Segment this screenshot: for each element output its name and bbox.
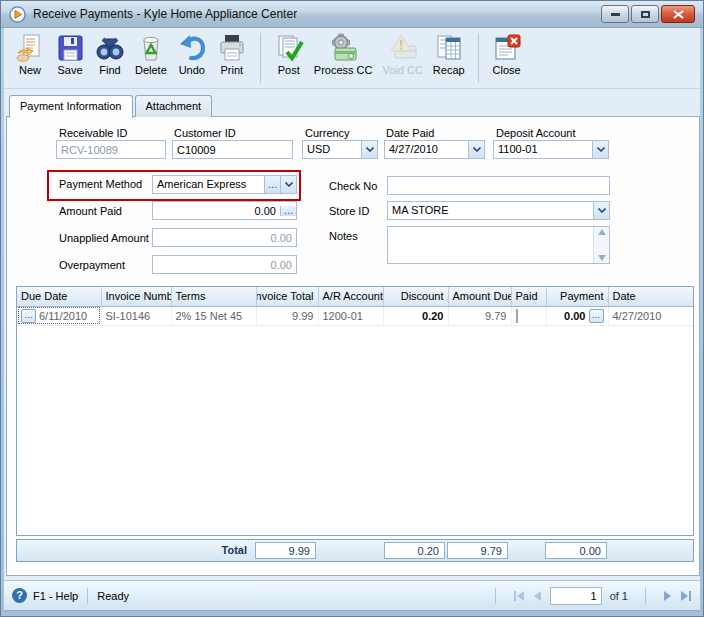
discount-cell[interactable]: 0.20: [383, 306, 448, 325]
save-label: Save: [55, 64, 85, 76]
col-due-date[interactable]: Due Date: [17, 287, 101, 306]
totals-bar: Total 9.99 0.20 9.79 0.00: [16, 539, 694, 562]
last-record-icon[interactable]: [680, 591, 692, 601]
new-button[interactable]: New: [10, 31, 50, 76]
record-pager: of 1: [486, 587, 692, 605]
row-lookup-button[interactable]: …: [21, 309, 36, 323]
deposit-account-combo[interactable]: 1100-01: [493, 140, 609, 159]
process-cc-button[interactable]: Process CC: [309, 31, 378, 76]
col-paid[interactable]: Paid: [511, 287, 546, 306]
title-bar: Receive Payments - Kyle Home Appliance C…: [1, 1, 703, 28]
check-no-field[interactable]: [387, 176, 610, 195]
total-payment: 0.00: [545, 542, 607, 559]
tab-payment-information[interactable]: Payment Information: [9, 95, 133, 118]
date-cell[interactable]: 4/27/2010: [608, 306, 693, 325]
date-paid-dropdown-button[interactable]: [468, 141, 484, 158]
total-discount: 0.20: [384, 542, 445, 559]
post-button[interactable]: Post: [269, 31, 309, 76]
print-button[interactable]: Print: [212, 31, 252, 76]
close-window-button[interactable]: [661, 5, 695, 23]
amount-paid-lookup-button[interactable]: …: [280, 206, 296, 216]
payment-cell[interactable]: 0.00 …: [546, 306, 608, 325]
previous-record-icon[interactable]: [533, 591, 542, 601]
receivable-id-field[interactable]: [56, 140, 166, 159]
col-terms[interactable]: Terms: [171, 287, 256, 306]
terms-cell[interactable]: 2% 15 Net 45: [171, 306, 256, 325]
process-cc-gear-icon: [328, 33, 358, 63]
col-amount-due[interactable]: Amount Due: [448, 287, 511, 306]
col-invoice-total[interactable]: Invoice Total: [256, 287, 318, 306]
amount-paid-label: Amount Paid: [59, 205, 122, 217]
void-cc-label: Void CC: [382, 64, 422, 76]
due-date-cell[interactable]: … 6/11/2010: [17, 306, 101, 325]
col-date[interactable]: Date: [608, 287, 693, 306]
toolbar: New Save Find: [4, 29, 700, 89]
col-invoice-number[interactable]: Invoice Number: [101, 287, 171, 306]
status-bar: ? F1 - Help Ready of 1: [4, 580, 700, 611]
window-title: Receive Payments - Kyle Home Appliance C…: [33, 7, 601, 21]
unapplied-amount-label: Unapplied Amount: [59, 232, 149, 244]
recap-table-icon: [434, 33, 464, 63]
page-count-label: of 1: [610, 590, 628, 602]
close-button[interactable]: Close: [487, 31, 527, 76]
process-cc-label: Process CC: [314, 64, 373, 76]
page-number-input[interactable]: [550, 587, 602, 605]
col-ar-account[interactable]: A/R Account: [318, 287, 383, 306]
store-id-combo[interactable]: MA STORE: [387, 201, 610, 220]
date-paid-value: 4/27/2010: [385, 141, 468, 158]
date-paid-combo[interactable]: 4/27/2010: [384, 140, 485, 159]
store-id-label: Store ID: [329, 205, 369, 217]
col-payment[interactable]: Payment: [546, 287, 608, 306]
maximize-button[interactable]: [631, 5, 659, 23]
next-record-icon[interactable]: [663, 591, 672, 601]
find-button[interactable]: Find: [90, 31, 130, 76]
void-cc-button[interactable]: Void CC: [377, 31, 427, 76]
minimize-icon: [611, 13, 620, 16]
amount-due-cell[interactable]: 9.79: [448, 306, 511, 325]
recap-button[interactable]: Recap: [428, 31, 470, 76]
undo-label: Undo: [177, 64, 207, 76]
chevron-down-icon: [366, 147, 374, 152]
total-invoice-total: 9.99: [255, 542, 316, 559]
grid-header-row: Due Date Invoice Number Terms Invoice To…: [17, 287, 693, 306]
overpayment-value: 0.00: [153, 259, 296, 271]
first-record-icon[interactable]: [513, 591, 525, 601]
app-icon: [9, 6, 26, 23]
paid-checkbox[interactable]: [516, 309, 518, 323]
notes-scrollbar[interactable]: [593, 227, 609, 263]
undo-arrow-icon: [177, 33, 207, 63]
col-discount[interactable]: Discount: [383, 287, 448, 306]
deposit-account-dropdown-button[interactable]: [592, 141, 608, 158]
status-text: Ready: [97, 590, 129, 602]
notes-field[interactable]: [387, 226, 610, 264]
amount-paid-field[interactable]: 0.00 …: [152, 201, 297, 220]
toolbar-separator: [260, 33, 261, 83]
ar-account-cell[interactable]: 1200-01: [318, 306, 383, 325]
currency-combo[interactable]: USD: [302, 140, 378, 159]
invoice-number-cell[interactable]: SI-10146: [101, 306, 171, 325]
minimize-button[interactable]: [601, 5, 629, 23]
save-button[interactable]: Save: [50, 31, 90, 76]
invoices-grid: Due Date Invoice Number Terms Invoice To…: [16, 286, 694, 536]
scroll-down-icon[interactable]: [598, 255, 606, 261]
date-paid-label: Date Paid: [386, 127, 434, 139]
paid-cell[interactable]: [511, 306, 546, 325]
undo-button[interactable]: Undo: [172, 31, 212, 76]
overpayment-field: 0.00: [152, 255, 297, 274]
payment-lookup-button[interactable]: …: [589, 309, 604, 323]
invoice-total-cell[interactable]: 9.99: [256, 306, 318, 325]
notes-label: Notes: [329, 230, 358, 242]
customer-id-field[interactable]: [172, 140, 293, 159]
chevron-down-icon: [598, 208, 606, 213]
notes-value[interactable]: [388, 227, 593, 263]
store-id-dropdown-button[interactable]: [593, 202, 609, 219]
scroll-up-icon[interactable]: [598, 229, 606, 235]
help-icon[interactable]: ?: [12, 588, 27, 603]
post-label: Post: [274, 64, 304, 76]
delete-button[interactable]: Delete: [130, 31, 172, 76]
invoice-row: … 6/11/2010 SI-10146 2% 15 Net 45 9.99 1…: [17, 306, 693, 325]
delete-label: Delete: [135, 64, 167, 76]
currency-dropdown-button[interactable]: [361, 141, 377, 158]
tab-attachment[interactable]: Attachment: [135, 95, 213, 117]
unapplied-amount-field: 0.00: [152, 228, 297, 247]
